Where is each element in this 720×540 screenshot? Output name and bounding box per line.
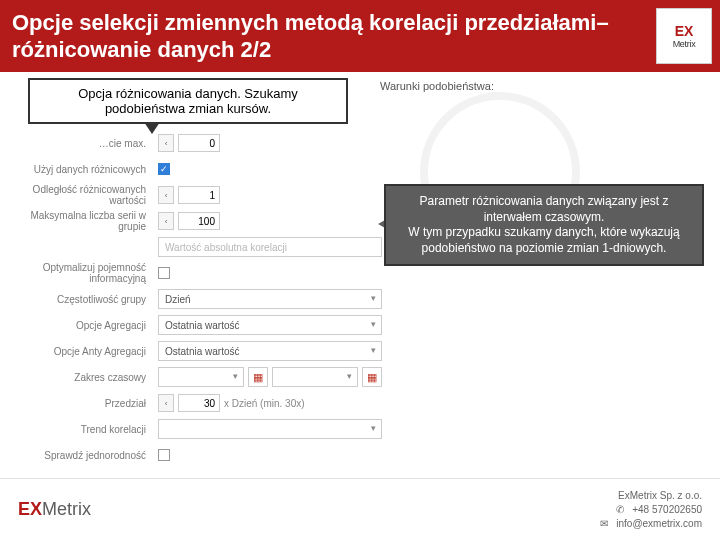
footer-company: ExMetrix Sp. z o.o. [618, 489, 702, 503]
row-group-freq: Częstotliwość grupy Dzień [12, 286, 382, 312]
label-max: …cie max. [12, 138, 152, 149]
label-optimize: Optymalizuj pojemność informacyjną [12, 262, 152, 284]
options-form: …cie max. ‹ Użyj danych różnicowych ✓ Od… [12, 130, 382, 468]
input-abs-corr[interactable]: Wartość absolutna korelacji [158, 237, 382, 257]
select-anti-agg[interactable]: Ostatnia wartość [158, 341, 382, 361]
row-agg: Opcje Agregacji Ostatnia wartość [12, 312, 382, 338]
checkbox-optimize[interactable] [158, 267, 170, 279]
slide-title: Opcje selekcji zmiennych metodą korelacj… [12, 9, 708, 64]
logo: EX Metrix [656, 8, 712, 64]
stepper-down[interactable]: ‹ [158, 186, 174, 204]
label-interval: Przedział [12, 398, 152, 409]
label-use-diff: Użyj danych różnicowych [12, 164, 152, 175]
conditions-label: Warunki podobieństwa: [380, 80, 494, 92]
stepper-down[interactable]: ‹ [158, 394, 174, 412]
footer-site: info@exmetrix.com [616, 517, 702, 531]
input-max[interactable] [178, 134, 220, 152]
slide-footer: EXMetrix ExMetrix Sp. z o.o. ✆+48 570202… [0, 478, 720, 540]
footer-brand: EXMetrix [18, 499, 91, 520]
footer-info: ExMetrix Sp. z o.o. ✆+48 570202650 ✉info… [598, 489, 702, 531]
row-abs-corr: Wartość absolutna korelacji [12, 234, 382, 260]
row-max: …cie max. ‹ [12, 130, 382, 156]
stepper-down[interactable]: ‹ [158, 212, 174, 230]
input-date-to[interactable] [272, 367, 358, 387]
select-agg[interactable]: Ostatnia wartość [158, 315, 382, 335]
row-interval: Przedział ‹ x Dzień (min. 30x) [12, 390, 382, 416]
callout-interval: Parametr różnicowania danych związany je… [384, 184, 704, 266]
label-corr-trend: Trend korelacji [12, 424, 152, 435]
label-homogeneity: Sprawdź jednorodność [12, 450, 152, 461]
select-group-freq[interactable]: Dzień [158, 289, 382, 309]
input-max-series[interactable] [178, 212, 220, 230]
label-max-series: Maksymalna liczba serii w grupie [12, 210, 152, 232]
label-timerange: Zakres czasowy [12, 372, 152, 383]
row-optimize: Optymalizuj pojemność informacyjną [12, 260, 382, 286]
row-homogeneity: Sprawdź jednorodność [12, 442, 382, 468]
checkbox-homogeneity[interactable] [158, 449, 170, 461]
row-use-diff: Użyj danych różnicowych ✓ [12, 156, 382, 182]
row-diff-distance: Odległość różnicowanych wartości ‹ [12, 182, 382, 208]
label-group-freq: Częstotliwość grupy [12, 294, 152, 305]
row-max-series: Maksymalna liczba serii w grupie ‹ [12, 208, 382, 234]
input-interval[interactable] [178, 394, 220, 412]
input-diff-distance[interactable] [178, 186, 220, 204]
callout-interval-text: Parametr różnicowania danych związany je… [408, 194, 679, 255]
slide-header: Opcje selekcji zmiennych metodą korelacj… [0, 0, 720, 72]
label-anti-agg: Opcje Anty Agregacji [12, 346, 152, 357]
phone-icon: ✆ [614, 504, 626, 516]
footer-phone: +48 570202650 [632, 503, 702, 517]
globe-icon: ✉ [598, 518, 610, 530]
label-agg: Opcje Agregacji [12, 320, 152, 331]
label-diff-distance: Odległość różnicowanych wartości [12, 184, 152, 206]
callout-diff-option: Opcja różnicowania danych. Szukamy podob… [28, 78, 348, 124]
row-timerange: Zakres czasowy ▦ ▦ [12, 364, 382, 390]
row-anti-agg: Opcje Anty Agregacji Ostatnia wartość [12, 338, 382, 364]
input-date-from[interactable] [158, 367, 244, 387]
checkbox-use-diff[interactable]: ✓ [158, 163, 170, 175]
hint-interval: x Dzień (min. 30x) [224, 398, 305, 409]
select-corr-trend[interactable] [158, 419, 382, 439]
row-corr-trend: Trend korelacji [12, 416, 382, 442]
calendar-icon[interactable]: ▦ [362, 367, 382, 387]
calendar-icon[interactable]: ▦ [248, 367, 268, 387]
stepper-down[interactable]: ‹ [158, 134, 174, 152]
content-area: Warunki podobieństwa: Opcja różnicowania… [0, 72, 720, 472]
